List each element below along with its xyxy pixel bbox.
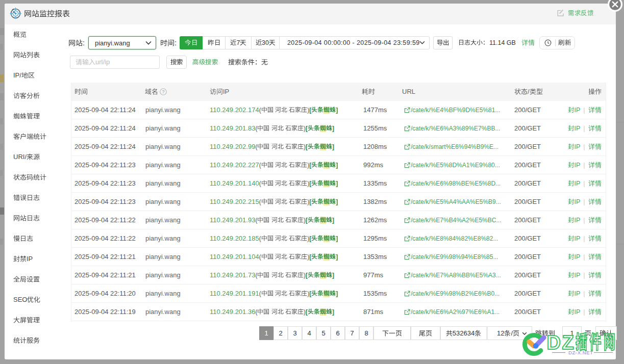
svg-text:DZ-X.NET: DZ-X.NET — [568, 350, 593, 355]
svg-text:?: ? — [162, 89, 164, 94]
